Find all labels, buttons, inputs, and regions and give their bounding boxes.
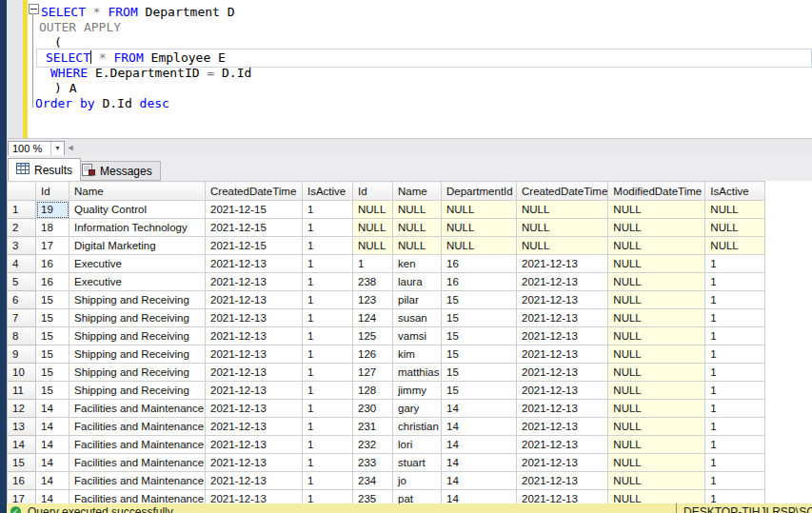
grid-cell[interactable]: 2021-12-13 — [517, 327, 608, 345]
column-header[interactable]: Name — [69, 182, 206, 201]
grid-cell[interactable]: pat — [393, 490, 442, 504]
grid-cell[interactable]: NULL — [608, 345, 705, 364]
grid-cell[interactable]: 1 — [303, 418, 353, 436]
row-number[interactable]: 10 — [8, 364, 36, 382]
grid-cell[interactable]: NULL — [442, 201, 517, 219]
grid-cell[interactable]: 18 — [36, 219, 69, 237]
grid-cell[interactable]: 2021-12-13 — [206, 255, 303, 273]
row-number[interactable]: 16 — [8, 472, 36, 490]
code-line[interactable]: SELECT * FROM Employee E — [46, 50, 226, 66]
grid-cell[interactable]: laura — [393, 273, 442, 291]
grid-cell[interactable]: 16 — [442, 273, 517, 291]
grid-cell[interactable]: 1 — [303, 237, 353, 255]
grid-cell[interactable]: 15 — [442, 309, 517, 327]
grid-cell[interactable]: 1 — [705, 291, 765, 309]
grid-cell[interactable]: NULL — [517, 237, 608, 255]
grid-cell[interactable]: 15 — [442, 291, 517, 309]
grid-cell[interactable]: Quality Control — [69, 201, 206, 219]
grid-cell[interactable]: NULL — [353, 219, 393, 237]
tab-messages[interactable]: Messages — [73, 161, 161, 181]
grid-cell[interactable]: 125 — [353, 327, 393, 345]
row-number[interactable]: 1 — [8, 201, 36, 219]
grid-cell[interactable]: 2021-12-13 — [517, 400, 608, 418]
grid-cell[interactable]: 1 — [705, 309, 765, 327]
grid-cell[interactable]: 2021-12-13 — [517, 345, 608, 364]
grid-cell[interactable]: 231 — [353, 418, 393, 436]
grid-cell[interactable]: Shipping and Receiving — [69, 382, 206, 400]
column-header[interactable]: Id — [36, 182, 69, 201]
grid-cell[interactable]: Shipping and Receiving — [69, 291, 206, 309]
grid-cell[interactable]: 14 — [442, 418, 517, 436]
code-line[interactable]: ( — [54, 35, 62, 50]
grid-cell[interactable]: 15 — [36, 327, 69, 345]
grid-cell[interactable]: 2021-12-13 — [517, 436, 608, 454]
grid-cell[interactable]: NULL — [608, 291, 705, 309]
grid-cell[interactable]: NULL — [442, 219, 517, 237]
grid-cell[interactable]: 15 — [36, 364, 69, 382]
code-line[interactable]: ) A — [54, 81, 76, 96]
grid-cell[interactable]: lori — [393, 436, 442, 454]
grid-cell[interactable]: 1 — [705, 255, 765, 273]
grid-cell[interactable]: 1 — [353, 255, 393, 273]
grid-cell[interactable]: NULL — [608, 309, 705, 327]
grid-cell[interactable]: Shipping and Receiving — [69, 327, 206, 345]
grid-cell[interactable]: 14 — [442, 490, 517, 504]
grid-cell[interactable]: NULL — [393, 219, 442, 237]
grid-cell[interactable]: 15 — [36, 382, 69, 400]
grid-cell[interactable]: NULL — [608, 327, 705, 345]
grid-cell[interactable]: 14 — [442, 454, 517, 472]
grid-cell[interactable]: NULL — [608, 418, 705, 436]
grid-cell[interactable]: 2021-12-15 — [206, 219, 303, 237]
grid-cell[interactable]: Facilities and Maintenance — [69, 472, 206, 490]
grid-cell[interactable]: vamsi — [393, 327, 442, 345]
grid-cell[interactable]: 1 — [303, 454, 353, 472]
grid-cell[interactable]: 14 — [442, 400, 517, 418]
grid-cell[interactable]: Shipping and Receiving — [69, 364, 206, 382]
row-number[interactable]: 15 — [8, 454, 36, 472]
grid-cell[interactable]: 1 — [303, 364, 353, 382]
column-header[interactable]: IsActive — [303, 182, 353, 201]
grid-cell[interactable]: 1 — [303, 219, 353, 237]
grid-cell[interactable]: NULL — [608, 400, 705, 418]
grid-cell[interactable]: 15 — [442, 382, 517, 400]
grid-cell[interactable]: 1 — [705, 418, 765, 436]
row-number[interactable]: 12 — [8, 400, 36, 418]
grid-cell[interactable]: ken — [393, 255, 442, 273]
grid-cell[interactable]: jimmy — [393, 382, 442, 400]
row-number[interactable]: 14 — [8, 436, 36, 454]
grid-cell[interactable]: Facilities and Maintenance — [69, 418, 206, 436]
grid-cell[interactable]: 124 — [353, 309, 393, 327]
grid-cell[interactable]: 1 — [303, 201, 353, 219]
grid-cell[interactable]: Digital Marketing — [69, 237, 206, 255]
grid-cell[interactable]: 15 — [442, 327, 517, 345]
code-line[interactable]: Order by D.Id desc — [35, 96, 169, 111]
grid-cell[interactable]: 1 — [705, 472, 765, 490]
grid-cell[interactable]: NULL — [705, 201, 765, 219]
row-number[interactable]: 3 — [8, 237, 36, 255]
column-header[interactable]: ModifiedDateTime — [608, 182, 705, 201]
grid-cell[interactable]: Shipping and Receiving — [69, 309, 206, 327]
grid-cell[interactable]: NULL — [442, 237, 517, 255]
grid-cell[interactable]: 1 — [303, 291, 353, 309]
grid-cell[interactable]: 2021-12-13 — [517, 291, 608, 309]
grid-cell[interactable]: kim — [393, 345, 442, 364]
grid-cell[interactable]: NULL — [608, 436, 705, 454]
tab-results[interactable]: Results — [8, 158, 81, 181]
zoom-level-dropdown[interactable]: 100 % ▼ — [8, 141, 65, 156]
grid-cell[interactable]: NULL — [705, 219, 765, 237]
grid-cell[interactable]: 2021-12-13 — [517, 273, 608, 291]
grid-cell[interactable]: NULL — [608, 382, 705, 400]
grid-cell[interactable]: matthias — [393, 364, 442, 382]
grid-cell[interactable]: pilar — [393, 291, 442, 309]
hscroll-left-arrow-icon[interactable]: ◄ — [64, 141, 77, 154]
grid-cell[interactable]: 16 — [36, 273, 69, 291]
grid-cell[interactable]: Facilities and Maintenance — [69, 454, 206, 472]
grid-cell[interactable]: NULL — [353, 237, 393, 255]
grid-cell[interactable]: 1 — [705, 364, 765, 382]
grid-cell[interactable]: 15 — [36, 309, 69, 327]
grid-cell[interactable]: 2021-12-13 — [206, 273, 303, 291]
grid-cell[interactable]: 14 — [36, 454, 69, 472]
grid-cell[interactable]: 233 — [353, 454, 393, 472]
grid-cell[interactable]: christian — [393, 418, 442, 436]
grid-cell[interactable]: 1 — [705, 345, 765, 364]
